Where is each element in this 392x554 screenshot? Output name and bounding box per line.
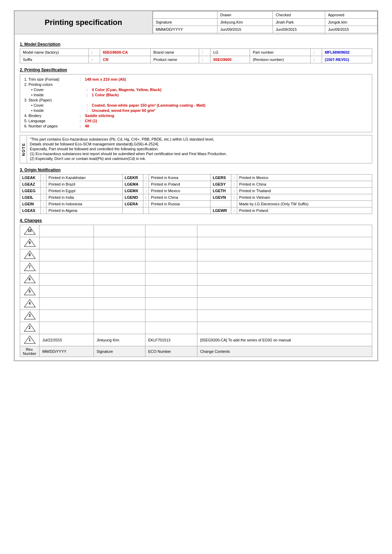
spec-stock-heading: 3. Stock (Paper) xyxy=(24,98,368,102)
note-box: NOTE "This part contains Eco-hazardous s… xyxy=(20,135,372,163)
changes-eco-6 xyxy=(145,298,197,310)
origin-val-0-0: Printed in Kazakhstan xyxy=(46,175,123,181)
changes-rev-8: 2 xyxy=(20,322,39,334)
origin-val-3-2: Printed in Vietnam xyxy=(237,194,372,201)
header-date-approved: Jun/09/2015 xyxy=(325,26,377,33)
changes-row: 10 xyxy=(20,225,372,237)
origin-colon-3-1: : xyxy=(143,194,149,201)
changes-contents-5 xyxy=(197,286,372,298)
origin-colon-4-1: : xyxy=(143,201,149,207)
origin-code-0-2: LGERS xyxy=(211,175,231,181)
spec-colors-label: 2. Printing colors xyxy=(24,82,80,87)
spec-cover-color-value: 4 Color (Cyan, Magenta, Yellow, Black) xyxy=(92,88,161,92)
spec-pages-value: 48 xyxy=(85,124,89,128)
changes-rev-2: 8 xyxy=(20,249,39,261)
origin-code-1-0: LGEAZ xyxy=(20,181,41,188)
model-revision-value: (1507-REV01) xyxy=(322,56,372,63)
spec-trim-colon: : xyxy=(80,77,85,81)
header-col-empty xyxy=(153,11,217,19)
spec-language-value: CHI (1) xyxy=(85,119,97,123)
spec-language-colon: : xyxy=(80,119,85,123)
changes-rev-1: 9 xyxy=(20,237,39,249)
model-part-label: Part number xyxy=(250,49,310,56)
spec-bindery-value: Saddle stitching xyxy=(85,114,114,118)
footer-contents-label: Change Contents xyxy=(197,346,372,357)
origin-colon-5-0: : xyxy=(41,207,46,214)
origin-colon-5-1 xyxy=(143,207,149,214)
model-suffix-label: Suffix xyxy=(20,56,89,63)
origin-code-1-1: LGEMA xyxy=(122,181,143,188)
origin-row: LGEAZ:Printed in BrazilLGEMA:Printed in … xyxy=(20,181,372,188)
changes-eco-0 xyxy=(145,225,197,237)
changes-sig-3 xyxy=(93,261,145,274)
changes-rev-7: 3 xyxy=(20,310,39,322)
changes-eco-7 xyxy=(145,310,197,322)
spec-stock-label: 3. Stock (Paper) xyxy=(24,98,80,102)
changes-contents-8 xyxy=(197,322,372,334)
spec-inside-stock-value: Uncoated, wood-free paper 60 g/m² xyxy=(92,108,155,113)
changes-row: 4 xyxy=(20,298,372,310)
spec-inside-stock: • Inside : Uncoated, wood-free paper 60 … xyxy=(24,108,368,113)
header-info-inner: Drawn Checked Approved Signature Jinkyun… xyxy=(153,11,377,33)
origin-code-0-0: LGEAK xyxy=(20,175,41,181)
header-col-approved: Approved xyxy=(325,11,377,19)
header-col-checked: Checked xyxy=(273,11,325,19)
spec-language: 5. Language : CHI (1) xyxy=(24,119,368,123)
spec-inside-stock-label: • Inside xyxy=(31,108,87,113)
header-sig-label: Signature xyxy=(153,19,217,26)
spec-inside-color-colon: : xyxy=(87,93,92,97)
changes-contents-9: [55EG9200-CA] To add the series of EG92 … xyxy=(197,334,372,346)
changes-date-4 xyxy=(39,274,94,286)
origin-row: LGEEG:Printed in EgyptLGEMX:Printed in M… xyxy=(20,188,372,194)
origin-colon-1-2: : xyxy=(231,181,237,188)
spec-cover-color-label: • Cover xyxy=(31,88,87,92)
changes-rev-9: 1 xyxy=(20,334,39,346)
origin-row: LGEAK:Printed in KazakhstanLGEKR:Printed… xyxy=(20,175,372,181)
changes-rev-5: 5 xyxy=(20,286,39,298)
origin-val-2-2: Printed in Thailand xyxy=(237,188,372,194)
note-line-5: (2) Especially, Don't use or contain lea… xyxy=(30,157,369,161)
origin-code-4-0: LGEIN xyxy=(20,201,41,207)
origin-val-1-1: Printed in Poland xyxy=(149,181,211,188)
origin-code-1-2: LGESY xyxy=(211,181,231,188)
origin-val-5-2: Printed in Poland xyxy=(237,207,372,214)
header-sig-approved: Jongok.kim xyxy=(325,19,377,26)
spec-bindery-label: 4. Bindery xyxy=(24,114,80,118)
origin-colon-3-2: : xyxy=(231,194,237,201)
changes-row: 1 Jul/22/2015Jinkyung KimEKLF701513[55EG… xyxy=(20,334,372,346)
note-line-2: Details should be followed Eco-SCM manag… xyxy=(30,142,369,146)
changes-table: 10 9 8 7 xyxy=(20,225,372,357)
changes-row: 6 xyxy=(20,274,372,286)
spec-cover-stock-label: • Cover xyxy=(31,103,87,107)
changes-contents-0 xyxy=(197,225,372,237)
footer-date-label: MM/DD/YYYY xyxy=(39,346,94,357)
origin-val-4-1: Printed in Russia xyxy=(149,201,211,207)
header-date-drawn: Jun/09/2015 xyxy=(217,26,273,33)
spec-inside-color: • Inside : 1 Color (Black) xyxy=(24,93,368,97)
origin-row: LGEIN:Printed in IndonesiaLGERA:Printed … xyxy=(20,201,372,207)
changes-rev-0: 10 xyxy=(20,225,39,237)
spec-cover-color-colon: : xyxy=(87,88,92,92)
origin-colon-2-2: : xyxy=(231,188,237,194)
origin-table: LGEAK:Printed in KazakhstanLGEKR:Printed… xyxy=(20,174,372,214)
model-row-2: Suffix : CN Product name : 65EG9600 (Rev… xyxy=(20,56,372,63)
origin-colon-4-0: : xyxy=(41,201,46,207)
changes-date-3 xyxy=(39,261,94,274)
origin-code-0-1: LGEKR xyxy=(122,175,143,181)
changes-contents-6 xyxy=(197,298,372,310)
origin-colon-0-0: : xyxy=(41,175,46,181)
title-cell: Printing specification xyxy=(15,11,153,34)
changes-contents-4 xyxy=(197,274,372,286)
origin-val-2-0: Printed in Egypt xyxy=(46,188,123,194)
changes-footer: Rev. Number MM/DD/YYYY Signature ECO Num… xyxy=(20,346,372,357)
model-revision-label: (Revision number) xyxy=(250,56,310,63)
spec-cover-stock-colon: : xyxy=(87,103,92,107)
model-revision-colon: : xyxy=(311,56,322,63)
footer-eco-label: ECO Number xyxy=(145,346,197,357)
model-product-value: 65EG9600 xyxy=(210,56,250,63)
model-suffix-colon: : xyxy=(89,56,100,63)
changes-contents-3 xyxy=(197,261,372,274)
changes-sig-9: Jinkyung Kim xyxy=(93,334,145,346)
origin-code-5-0: LGEAS xyxy=(20,207,41,214)
changes-rev-4: 6 xyxy=(20,274,39,286)
